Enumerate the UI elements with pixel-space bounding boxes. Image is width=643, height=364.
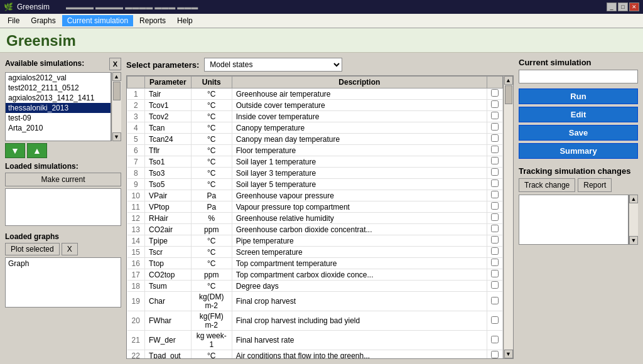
row-checkbox[interactable]	[491, 316, 499, 324]
row-checkbox-cell[interactable]	[487, 168, 503, 179]
row-checkbox-cell[interactable]	[487, 281, 503, 292]
row-checkbox[interactable]	[491, 168, 499, 176]
sim-item-5[interactable]: Arta_2010	[6, 123, 111, 133]
remove-simulation-button[interactable]: X	[109, 58, 121, 70]
menu-file[interactable]: File	[3, 15, 24, 26]
row-checkbox[interactable]	[491, 146, 499, 153]
row-checkbox[interactable]	[491, 202, 499, 210]
row-checkbox-cell[interactable]	[487, 134, 503, 145]
sim-item-4[interactable]: test-09	[6, 113, 111, 123]
row-checkbox-cell[interactable]	[487, 235, 503, 247]
row-checkbox-cell[interactable]	[487, 100, 503, 111]
row-checkbox[interactable]	[491, 123, 499, 131]
row-checkbox[interactable]	[491, 89, 499, 97]
save-button[interactable]: Save	[519, 125, 638, 141]
minimize-button[interactable]: _	[607, 3, 617, 11]
tracking-textarea[interactable]	[519, 195, 629, 245]
menu-current-simulation[interactable]: Current simulation	[62, 15, 133, 26]
row-checkbox-cell[interactable]	[487, 311, 503, 331]
move-down-button[interactable]: ▼	[5, 143, 25, 158]
row-checkbox[interactable]	[491, 179, 499, 187]
row-checkbox[interactable]	[491, 100, 499, 108]
params-table-scroll[interactable]: Parameter Units Description 1 Tair °C Gr…	[127, 76, 503, 358]
tracking-scroll-up[interactable]: ▲	[629, 195, 638, 203]
sim-item-1[interactable]: test2012_2111_0512	[6, 83, 111, 93]
move-up-button[interactable]: ▲	[27, 143, 47, 158]
plot-selected-button[interactable]: Plot selected	[5, 243, 60, 255]
row-checkbox[interactable]	[491, 134, 499, 142]
row-checkbox-cell[interactable]	[487, 224, 503, 235]
scroll-thumb[interactable]	[113, 82, 121, 100]
row-checkbox[interactable]	[491, 351, 499, 358]
table-row: 13 CO2air ppm Greenhouse carbon dioxide …	[127, 224, 503, 235]
row-checkbox[interactable]	[491, 259, 499, 266]
scroll-up-arrow[interactable]: ▲	[112, 72, 121, 81]
row-checkbox[interactable]	[491, 157, 499, 164]
row-checkbox[interactable]	[491, 281, 499, 289]
row-checkbox[interactable]	[491, 336, 499, 343]
row-num: 8	[127, 168, 145, 179]
menu-help[interactable]: Help	[172, 15, 198, 26]
sim-item-3[interactable]: thessaloniki_2013	[6, 103, 111, 113]
graph-item[interactable]: Graph	[6, 258, 121, 269]
summary-button[interactable]: Summary	[519, 143, 638, 159]
row-checkbox-cell[interactable]	[487, 179, 503, 190]
table-scroll-up[interactable]: ▲	[504, 76, 513, 85]
row-num: 11	[127, 201, 145, 213]
params-dropdown[interactable]: Model states Inputs Parameters Outputs	[204, 58, 342, 72]
row-checkbox[interactable]	[491, 270, 499, 277]
current-simulation-input[interactable]	[519, 70, 638, 83]
table-scroll-down[interactable]: ▼	[504, 350, 513, 358]
row-checkbox[interactable]	[491, 297, 499, 304]
row-checkbox-cell[interactable]	[487, 122, 503, 134]
row-checkbox[interactable]	[491, 236, 499, 244]
make-current-button[interactable]: Make current	[5, 173, 121, 186]
report-button[interactable]: Report	[578, 178, 612, 192]
maximize-button[interactable]: □	[618, 3, 628, 11]
row-checkbox-cell[interactable]	[487, 111, 503, 122]
window-controls[interactable]: _ □ ✕	[607, 3, 639, 11]
menu-graphs[interactable]: Graphs	[26, 15, 60, 26]
current-simulation-section: Current simulation	[519, 58, 638, 83]
table-scrollbar[interactable]: ▲ ▼	[503, 76, 513, 358]
row-checkbox-cell[interactable]	[487, 292, 503, 311]
track-change-button[interactable]: Track change	[519, 178, 575, 192]
row-checkbox-cell[interactable]	[487, 247, 503, 258]
row-checkbox[interactable]	[491, 191, 499, 198]
scroll-down-arrow[interactable]: ▼	[112, 132, 121, 141]
row-checkbox-cell[interactable]	[487, 331, 503, 350]
available-simulations-section: Available simulations: X agxialos2012_va…	[5, 58, 121, 158]
run-button[interactable]: Run	[519, 88, 638, 104]
simulation-list[interactable]: agxialos2012_val test2012_2111_0512 agxi…	[5, 72, 111, 141]
row-checkbox-cell[interactable]	[487, 213, 503, 224]
row-checkbox[interactable]	[491, 247, 499, 255]
sim-item-2[interactable]: agxialos2013_1412_1411	[6, 93, 111, 103]
row-checkbox[interactable]	[491, 213, 499, 221]
remove-graph-button[interactable]: X	[62, 243, 78, 255]
row-units: °C	[191, 134, 232, 145]
row-checkbox-cell[interactable]	[487, 258, 503, 269]
loaded-sim-list[interactable]	[5, 188, 121, 226]
menu-reports[interactable]: Reports	[134, 15, 171, 26]
row-checkbox-cell[interactable]	[487, 190, 503, 201]
row-num: 21	[127, 331, 145, 350]
row-checkbox-cell[interactable]	[487, 156, 503, 168]
close-button[interactable]: ✕	[629, 3, 639, 11]
table-scroll-thumb[interactable]	[505, 85, 512, 104]
row-desc: Vapour pressure top compartment	[232, 201, 487, 213]
tracking-scrollbar[interactable]: ▲ ▼	[629, 195, 638, 245]
table-row: 14 Tpipe °C Pipe temperature	[127, 235, 503, 247]
graph-list[interactable]: Graph	[5, 257, 121, 308]
row-checkbox-cell[interactable]	[487, 145, 503, 156]
row-checkbox-cell[interactable]	[487, 350, 503, 359]
row-checkbox[interactable]	[491, 225, 499, 232]
tracking-scroll-down[interactable]: ▼	[629, 236, 638, 245]
sim-list-scrollbar[interactable]: ▲ ▼	[111, 72, 121, 141]
row-checkbox[interactable]	[491, 112, 499, 119]
edit-button[interactable]: Edit	[519, 107, 638, 122]
row-num: 10	[127, 190, 145, 201]
row-checkbox-cell[interactable]	[487, 201, 503, 213]
sim-item-0[interactable]: agxialos2012_val	[6, 73, 111, 83]
row-checkbox-cell[interactable]	[487, 269, 503, 281]
row-checkbox-cell[interactable]	[487, 88, 503, 100]
